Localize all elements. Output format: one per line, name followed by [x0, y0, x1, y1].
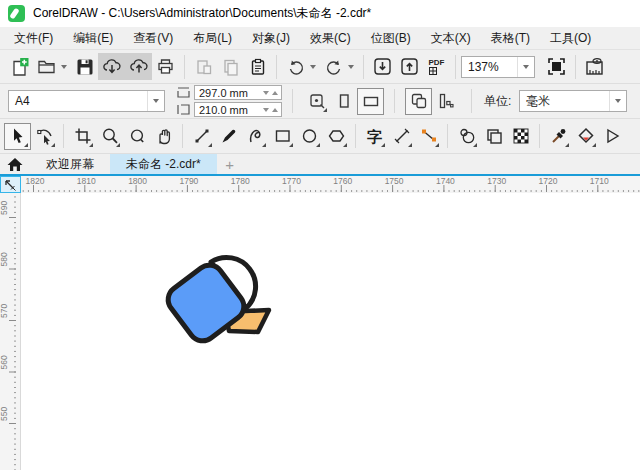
menu-table[interactable]: 表格(T)	[481, 27, 540, 49]
smart-fill-tool-partial[interactable]	[599, 123, 626, 150]
paste-button[interactable]	[244, 53, 271, 80]
bucket-shape[interactable]	[163, 257, 269, 346]
pick-tool[interactable]	[4, 123, 31, 150]
freehand-tool[interactable]	[188, 123, 215, 150]
save-button[interactable]	[71, 53, 98, 80]
page-size-dropdown-button[interactable]	[147, 91, 164, 111]
pdf-grid-icon	[429, 67, 437, 75]
menu-tools[interactable]: 工具(O)	[540, 27, 601, 49]
bspline-tool[interactable]	[242, 123, 269, 150]
svg-text:1810: 1810	[77, 176, 96, 186]
paintbrush-icon	[220, 127, 238, 145]
zoom-level-dropdown-button[interactable]	[517, 57, 534, 77]
auto-fit-page-button[interactable]	[303, 88, 330, 115]
paste-special-icon	[195, 58, 213, 76]
cloud-download-button[interactable]	[98, 53, 125, 80]
page-height-spinner[interactable]	[263, 108, 281, 112]
ellipse-tool[interactable]	[296, 123, 323, 150]
undo-icon	[287, 58, 305, 76]
transparency-checker-icon	[512, 127, 530, 145]
new-document-button[interactable]	[6, 53, 33, 80]
undo-dropdown-caret[interactable]	[310, 65, 316, 69]
drop-shadow-tool[interactable]	[480, 123, 507, 150]
paste-clipboard-icon	[249, 58, 267, 76]
menu-bitmaps[interactable]: 位图(B)	[361, 27, 421, 49]
undo-button[interactable]	[282, 53, 309, 80]
home-tab-button[interactable]	[0, 154, 30, 174]
tab-welcome-screen[interactable]: 欢迎屏幕	[30, 154, 110, 174]
dimension-tool[interactable]	[388, 123, 415, 150]
units-dropdown-button[interactable]	[609, 91, 626, 111]
page-width-input[interactable]: 297.0 mm	[194, 85, 282, 100]
drawing-canvas[interactable]	[21, 193, 640, 470]
toolbox-separator	[355, 124, 356, 148]
svg-text:550: 550	[0, 407, 9, 421]
zoom-tool[interactable]	[96, 123, 123, 150]
horizontal-ruler-row: 1820181018001790178017701760175017401730…	[0, 176, 640, 193]
publish-pdf-button[interactable]: PDF	[423, 53, 450, 80]
transparency-tool[interactable]	[507, 123, 534, 150]
standard-toolbar: PDF 137%	[0, 50, 640, 84]
vertical-ruler[interactable]: 590580570560550	[0, 193, 21, 470]
page-height-input[interactable]: 210.0 mm	[194, 102, 282, 117]
import-button[interactable]	[369, 53, 396, 80]
pan-tool[interactable]	[150, 123, 177, 150]
page-dimensions-group: 297.0 mm 210.0 mm	[177, 85, 282, 117]
redo-icon	[325, 58, 343, 76]
menu-object[interactable]: 对象(J)	[242, 27, 300, 49]
svg-text:1750: 1750	[385, 176, 404, 186]
fullscreen-preview-button[interactable]	[543, 53, 570, 80]
redo-button[interactable]	[320, 53, 347, 80]
connector-tool[interactable]	[415, 123, 442, 150]
eyedropper-tool[interactable]	[545, 123, 572, 150]
toolbar-separator	[276, 55, 277, 79]
artistic-media-tool[interactable]	[215, 123, 242, 150]
title-bar: CorelDRAW - C:\Users\Administrator\Docum…	[0, 0, 640, 27]
horizontal-ruler[interactable]: 1820181018001790178017701760175017401730…	[21, 176, 640, 193]
menu-bar: 文件(F) 编辑(E) 查看(V) 布局(L) 对象(J) 效果(C) 位图(B…	[0, 27, 640, 50]
text-tool[interactable]: 字	[361, 123, 388, 150]
contour-tool[interactable]	[453, 123, 480, 150]
menu-text[interactable]: 文本(X)	[421, 27, 481, 49]
cloud-upload-button[interactable]	[125, 53, 152, 80]
flyout-indicator	[565, 143, 569, 147]
rectangle-tool[interactable]	[269, 123, 296, 150]
interactive-fill-tool[interactable]	[572, 123, 599, 150]
polygon-tool[interactable]	[323, 123, 350, 150]
zoom-out-tool[interactable]	[123, 123, 150, 150]
page-width-spinner[interactable]	[263, 91, 281, 95]
shape-tool[interactable]	[31, 123, 58, 150]
menu-file[interactable]: 文件(F)	[4, 27, 63, 49]
smart-fill-icon	[604, 127, 622, 145]
print-icon	[156, 57, 175, 76]
property-bar: A4 297.0 mm 210.0 mm	[0, 84, 640, 119]
current-page-button[interactable]	[432, 88, 459, 115]
open-dropdown-caret[interactable]	[61, 65, 67, 69]
page-size-combobox[interactable]: A4	[8, 90, 165, 112]
all-pages-button[interactable]	[405, 88, 432, 115]
flyout-indicator	[24, 143, 28, 147]
menu-edit[interactable]: 编辑(E)	[63, 27, 123, 49]
redo-dropdown-caret[interactable]	[348, 65, 354, 69]
show-rulers-button[interactable]	[581, 53, 608, 80]
new-tab-button[interactable]: +	[217, 154, 243, 174]
svg-text:1710: 1710	[590, 176, 609, 186]
ruler-origin-button[interactable]	[0, 176, 21, 193]
crop-tool[interactable]	[69, 123, 96, 150]
chevron-down-icon	[523, 65, 529, 69]
portrait-icon	[335, 92, 353, 110]
portrait-orientation-button[interactable]	[330, 88, 357, 115]
coreldraw-logo-icon	[8, 5, 25, 22]
print-button[interactable]	[152, 53, 179, 80]
import-icon	[373, 57, 392, 76]
tab-document[interactable]: 未命名 -2.cdr*	[110, 154, 217, 174]
menu-effects[interactable]: 效果(C)	[300, 27, 361, 49]
zoom-level-combobox[interactable]: 137%	[461, 56, 535, 78]
units-combobox[interactable]: 毫米	[519, 90, 627, 112]
page-height-value: 210.0 mm	[195, 104, 263, 116]
open-document-button[interactable]	[33, 53, 60, 80]
export-button[interactable]	[396, 53, 423, 80]
landscape-orientation-button[interactable]	[357, 88, 384, 115]
menu-layout[interactable]: 布局(L)	[183, 27, 242, 49]
menu-view[interactable]: 查看(V)	[123, 27, 183, 49]
